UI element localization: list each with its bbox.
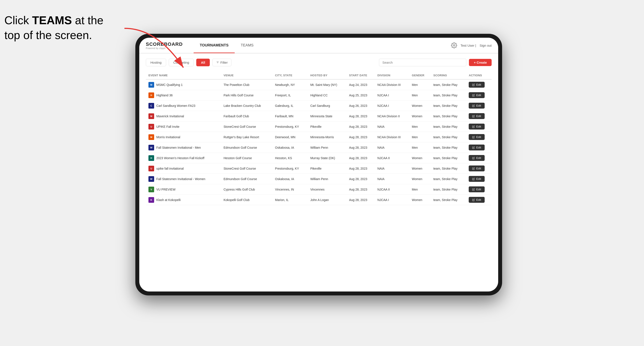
table-header-row: EVENT NAME VENUE CITY, STATE HOSTED BY S… [146,71,492,79]
team-logo: W [148,176,154,182]
nav-bar: SCOREBOARD Powered by clippit TOURNAMENT… [139,38,498,53]
filter-button[interactable]: Filter [212,59,232,66]
cell-scoring: team, Stroke Play [431,153,466,163]
cell-gender: Women [409,195,431,205]
cell-actions: Edit [466,142,492,153]
cell-start-date: Aug 28, 2023 [346,132,375,142]
cell-start-date: Aug 28, 2023 [346,163,375,174]
edit-button[interactable]: Edit [469,166,484,171]
cell-start-date: Aug 28, 2023 [346,174,375,184]
cell-gender: Men [409,90,431,101]
cell-gender: Men [409,79,431,90]
cell-city-state: Oskaloosa, IA [272,142,308,153]
edit-button[interactable]: Edit [469,145,484,151]
cell-scoring: team, Stroke Play [431,174,466,184]
edit-icon [472,157,475,159]
event-name-text: Klash at Kokopelli [156,198,180,202]
table-row: H 2023 Women's Hesston Fall Kickoff Hess… [146,153,492,163]
all-button[interactable]: All [196,59,210,66]
event-name-text: Maverick Invitational [156,115,184,118]
edit-button[interactable]: Edit [469,103,484,109]
tab-teams[interactable]: TEAMS [235,38,260,53]
cell-actions: Edit [466,184,492,195]
cell-start-date: Aug 28, 2023 [346,121,375,132]
cell-city-state: Deerwood, MN [272,132,308,142]
cell-gender: Men [409,121,431,132]
filter-bar: Hosting Competing All Filter + Create [146,59,492,66]
cell-scoring: team, Stroke Play [431,132,466,142]
event-name-text: 2023 Women's Hesston Fall Kickoff [156,156,204,160]
cell-division: NAIA [375,163,409,174]
cell-gender: Men [409,184,431,195]
col-start-date: START DATE [346,71,375,79]
svg-point-1 [453,45,455,46]
cell-start-date: Aug 28, 2023 [346,142,375,153]
col-city-state: CITY, STATE [272,71,308,79]
cell-hosted-by: Mt. Saint Mary (NY) [308,79,346,90]
instruction-line3: top of the screen. [4,29,92,41]
logo-subtitle: Powered by clippit [146,47,183,49]
table-row: C Carl Sandburg Women FA23 Lake Bracken … [146,101,492,111]
gear-icon[interactable] [451,42,457,48]
cell-city-state: Galesburg, IL [272,101,308,111]
hosting-button[interactable]: Hosting [146,59,166,66]
cell-event-name: U upike fall invitational [146,163,221,174]
cell-hosted-by: Highland CC [308,90,346,101]
cell-event-name: V VU PREVIEW [146,184,221,195]
cell-gender: Women [409,101,431,111]
table-row: H Highland 36 Park Hills Golf Course Fre… [146,90,492,101]
cell-actions: Edit [466,132,492,142]
cell-event-name: H Highland 36 [146,90,221,101]
cell-hosted-by: Carl Sandburg [308,101,346,111]
team-logo: K [148,197,154,203]
team-logo: M [148,113,154,119]
edit-button[interactable]: Edit [469,124,484,130]
table-row: W Fall Statesmen Invitational - Women Ed… [146,174,492,184]
cell-start-date: Aug 26, 2023 [346,101,375,111]
event-name-text: Highland 36 [156,94,173,97]
cell-venue: Edmundson Golf Course [221,174,272,184]
tab-tournaments[interactable]: TOURNAMENTS [194,38,235,53]
cell-scoring: team, Stroke Play [431,111,466,121]
cell-event-name: W Fall Statesmen Invitational - Men [146,142,221,153]
edit-icon [472,167,475,170]
cell-division: NAIA [375,121,409,132]
user-info: Test User | [460,44,476,47]
nav-tabs: TOURNAMENTS TEAMS [194,38,260,53]
cell-start-date: Aug 28, 2023 [346,195,375,205]
cell-actions: Edit [466,121,492,132]
edit-button[interactable]: Edit [469,92,484,98]
create-button[interactable]: + Create [469,59,492,66]
col-scoring: SCORING [431,71,466,79]
edit-button[interactable]: Edit [469,186,484,192]
cell-actions: Edit [466,111,492,121]
search-input[interactable] [379,59,466,66]
cell-division: NCAA Division III [375,132,409,142]
cell-scoring: team, Stroke Play [431,195,466,205]
cell-event-name: K Klash at Kokopelli [146,195,221,205]
instruction-text: Click TEAMS at the top of the screen. [4,13,104,42]
edit-button[interactable]: Edit [469,155,484,161]
team-logo: U [148,166,154,171]
edit-button[interactable]: Edit [469,134,484,140]
sign-out-link[interactable]: Sign out [480,44,492,47]
edit-button[interactable]: Edit [469,113,484,119]
cell-event-name: M Maverick Invitational [146,111,221,121]
edit-button[interactable]: Edit [469,197,484,203]
edit-icon [472,83,475,86]
tablet-frame: SCOREBOARD Powered by clippit TOURNAMENT… [135,34,502,295]
team-logo: V [148,187,154,192]
cell-hosted-by: John A Logan [308,195,346,205]
cell-scoring: team, Stroke Play [431,90,466,101]
event-name-text: Carl Sandburg Women FA23 [156,104,196,108]
edit-button[interactable]: Edit [469,176,484,182]
edit-icon [472,188,475,191]
cell-start-date: Aug 28, 2023 [346,153,375,163]
cell-city-state: Oskaloosa, IA [272,174,308,184]
event-name-text: Fall Statesmen Invitational - Women [156,177,206,181]
cell-event-name: C Carl Sandburg Women FA23 [146,101,221,111]
cell-venue: The Powelton Club [221,79,272,90]
edit-button[interactable]: Edit [469,82,484,88]
competing-button[interactable]: Competing [169,59,194,66]
cell-hosted-by: Pikeville [308,163,346,174]
